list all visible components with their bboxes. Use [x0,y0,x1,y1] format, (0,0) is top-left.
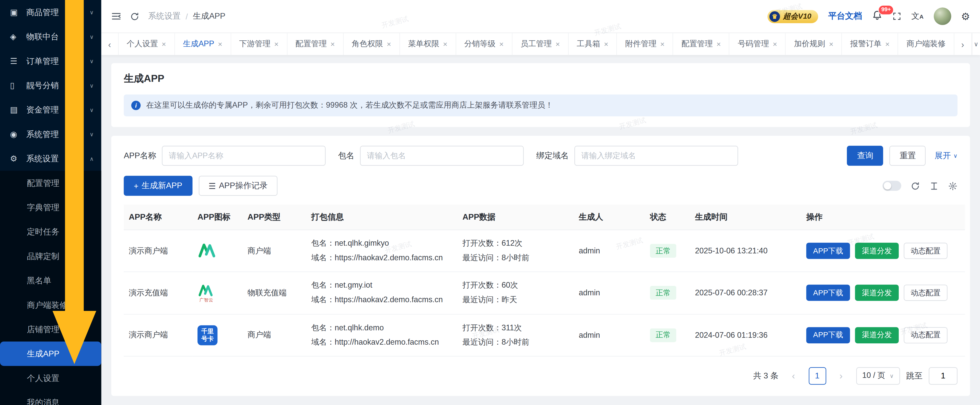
tab-generate-app[interactable]: 生成APP× [175,33,231,55]
tab-attachment-mgmt[interactable]: 附件管理× [617,33,673,55]
tab-merchant-decor[interactable]: 商户端装修 [899,33,955,55]
tab-markup-rules[interactable]: 加价规则× [786,33,842,55]
app-download-button[interactable]: APP下载 [806,243,850,259]
breadcrumb: 系统设置 / 生成APP [148,11,225,22]
tab-downstream-mgmt[interactable]: 下游管理× [231,33,287,55]
sidebar-item-orders[interactable]: ☰ 订单管理 ∨ [0,49,101,73]
jump-to-input[interactable] [929,367,958,384]
app-download-button[interactable]: APP下载 [806,285,850,301]
page-number-1[interactable]: 1 [808,367,826,384]
sidebar-item-goods[interactable]: ▣ 商品管理 ∨ [0,0,101,24]
bound-domain: 域名：https://haokav2.demo.facms.cn [311,293,452,308]
dynamic-config-button[interactable]: 动态配置 [904,285,948,301]
domain-input[interactable] [574,146,738,166]
close-icon[interactable]: × [499,40,504,48]
refresh-table-icon[interactable] [910,181,920,190]
tab-config-mgmt-2[interactable]: 配置管理× [673,33,730,55]
expand-link[interactable]: 展开∨ [934,150,958,161]
sidebar-subitem-config-mgmt[interactable]: 配置管理 [0,171,101,195]
cell-created-time: 2025-07-06 00:28:37 [690,272,801,314]
sidebar-item-numbers[interactable]: ▯ 靓号分销 ∨ [0,73,101,97]
close-icon[interactable]: × [162,40,166,48]
translate-icon[interactable]: 文A [911,11,924,22]
sidebar-subitem-dict-mgmt[interactable]: 字典管理 [0,195,101,219]
close-icon[interactable]: × [218,40,222,48]
close-icon[interactable]: × [443,40,447,48]
cell-app-icon [192,230,243,272]
channel-distribute-button[interactable]: 渠道分发 [855,285,899,301]
platform-docs-link[interactable]: 平台文档 [828,11,862,22]
sidebar-subitem-personal-settings[interactable]: 个人设置 [0,366,101,390]
sidebar-subitem-brand-custom[interactable]: 品牌定制 [0,244,101,268]
tab-number-mgmt[interactable]: 号码管理× [730,33,786,55]
channel-distribute-button[interactable]: 渠道分发 [855,243,899,259]
sidebar-item-iot[interactable]: ◈ 物联中台 ∨ [0,24,101,49]
alert-text: 在这里可以生成你的专属APP，剩余可用打包次数：99968 次，若生成次数不足或… [146,100,553,111]
main-area: 系统设置 / 生成APP ♛ 超会V10 平台文档 99+ 文A [101,0,980,405]
tab-role-perms[interactable]: 角色权限× [344,33,400,55]
close-icon[interactable]: × [274,40,278,48]
close-icon[interactable]: × [604,40,608,48]
next-page-icon[interactable]: › [832,367,850,384]
refresh-icon[interactable] [130,11,140,21]
cell-creator: admin [574,230,645,272]
tabs-scroll-left-icon[interactable]: ‹ [101,33,119,55]
sidebar-item-settings[interactable]: ⚙ 系统设置 ∧ [0,146,101,171]
fullscreen-icon[interactable] [892,12,901,21]
tabs-scroll-right-icon[interactable]: › [954,33,972,55]
density-icon[interactable] [929,181,939,190]
package-input[interactable] [360,146,524,166]
tabs-dropdown-icon[interactable]: ∨ [972,33,980,55]
tabbar: ‹ 个人设置× 生成APP× 下游管理× 配置管理× 角色权限× 菜单权限× 分… [101,32,980,55]
close-icon[interactable]: × [885,40,889,48]
close-icon[interactable]: × [555,40,560,48]
tab-distribution-levels[interactable]: 分销等级× [456,33,512,55]
sidebar-subitem-generate-app[interactable]: 生成APP [0,341,101,366]
channel-distribute-button[interactable]: 渠道分发 [855,327,899,343]
chevron-up-icon: ∧ [90,155,94,162]
dynamic-config-button[interactable]: 动态配置 [904,327,948,343]
close-icon[interactable]: × [716,40,721,48]
sidebar-subitem-shop-mgmt[interactable]: 店铺管理 [0,317,101,341]
sidebar-subitem-cron-tasks[interactable]: 定时任务 [0,220,101,244]
close-icon[interactable]: × [331,40,335,48]
tab-personal-settings[interactable]: 个人设置× [119,33,175,55]
reset-button[interactable]: 重置 [889,146,926,166]
close-icon[interactable]: × [387,40,391,48]
jump-to-label: 跳至 [906,370,923,381]
close-icon[interactable]: × [829,40,834,48]
sidebar-item-system[interactable]: ◉ 系统管理 ∨ [0,122,101,146]
page-size-select[interactable]: 10 / 页∨ [856,367,900,384]
tab-label: 分销等级 [464,39,495,49]
sidebar-item-funds[interactable]: ▤ 资金管理 ∨ [0,98,101,122]
close-icon[interactable]: × [773,40,777,48]
plus-icon: + [134,181,139,190]
stripe-toggle[interactable] [882,181,901,191]
column-settings-icon[interactable] [948,181,958,190]
app-records-button[interactable]: ☰APP操作记录 [199,175,278,196]
tab-menu-perms[interactable]: 菜单权限× [400,33,456,55]
create-app-button[interactable]: +生成新APP [124,175,192,196]
search-form: APP名称 包名 绑定域名 查询 重置 展开∨ [124,146,958,166]
tab-config-mgmt[interactable]: 配置管理× [287,33,344,55]
app-name-input[interactable] [162,146,326,166]
query-button[interactable]: 查询 [847,146,883,166]
dynamic-config-button[interactable]: 动态配置 [904,243,948,259]
tab-toolbox[interactable]: 工具箱× [569,33,617,55]
collapse-sidebar-icon[interactable] [111,11,121,21]
sidebar-subitem-merchant-decor[interactable]: 商户端装修 [0,293,101,317]
sidebar-subitem-my-messages[interactable]: 我的消息 [0,391,101,405]
notification-bell[interactable]: 99+ [872,10,883,23]
avatar[interactable] [934,7,951,25]
breadcrumb-root[interactable]: 系统设置 [148,11,181,22]
vip-badge[interactable]: ♛ 超会V10 [767,10,818,23]
close-icon[interactable]: × [660,40,665,48]
sidebar-subitem-blacklist[interactable]: 黑名单 [0,268,101,293]
app-download-button[interactable]: APP下载 [806,327,850,343]
tab-staff-mgmt[interactable]: 员工管理× [512,33,569,55]
tab-alarm-orders[interactable]: 报警订单× [842,33,898,55]
tab-label: 商户端装修 [907,39,945,49]
gear-icon[interactable]: ⚙ [961,10,970,22]
search-actions: 查询 重置 展开∨ [847,146,958,166]
prev-page-icon[interactable]: ‹ [785,367,802,384]
